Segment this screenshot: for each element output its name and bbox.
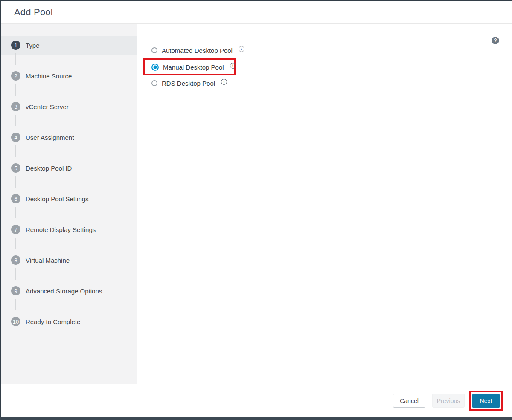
step-number-badge: 7 [11,225,20,234]
step-number-badge: 2 [11,71,20,81]
wizard-step-row[interactable]: 4 User Assignment [1,128,137,147]
wizard-step-vcenter-server[interactable]: 3 vCenter Server [1,97,137,128]
step-label: Desktop Pool Settings [26,195,89,203]
step-label: Virtual Machine [26,257,70,264]
step-connector-line [15,145,16,157]
wizard-step-desktop-pool-id[interactable]: 5 Desktop Pool ID [1,159,137,189]
wizard-step-row[interactable]: 2 Machine Source [1,67,137,85]
annotation-box-next: Next [469,391,503,411]
wizard-step-machine-source[interactable]: 2 Machine Source [1,67,137,97]
step-label: Desktop Pool ID [26,165,72,172]
wizard-step-row[interactable]: 9 Advanced Storage Options [1,281,137,300]
wizard-step-row[interactable]: 5 Desktop Pool ID [1,159,137,177]
option-label[interactable]: Manual Desktop Pool [163,64,224,71]
step-connector-line [15,176,16,188]
step-connector-line [15,53,16,65]
info-icon[interactable]: i [239,46,244,52]
wizard-step-row[interactable]: 10 Ready to Complete [1,312,137,331]
info-icon[interactable]: i [221,79,227,85]
wizard-step-user-assignment[interactable]: 4 User Assignment [1,128,137,159]
add-pool-dialog: Add Pool 1 Type 2 Machine Source 3 [0,0,512,420]
radio-manual-desktop-pool[interactable] [151,64,159,71]
dialog-header: Add Pool [1,1,512,24]
step-number-badge: 8 [11,255,20,265]
option-automated-desktop-pool[interactable]: Automated Desktop Pool i [151,44,244,56]
wizard-step-row[interactable]: 3 vCenter Server [1,97,137,116]
backdrop-edge-left [0,0,1,417]
step-number-badge: 9 [11,286,20,295]
radio-rds-desktop-pool[interactable] [151,80,157,86]
step-label: Type [26,42,40,49]
step-connector-line [15,207,16,218]
previous-button[interactable]: Previous [432,394,465,408]
step-connector-line [15,84,16,96]
wizard-step-ready-to-complete[interactable]: 10 Ready to Complete [1,312,137,343]
backdrop-edge-bottom [0,417,512,420]
help-icon[interactable]: ? [492,37,499,44]
wizard-step-virtual-machine[interactable]: 8 Virtual Machine [1,251,137,281]
step-connector-line [15,238,16,249]
option-label[interactable]: RDS Desktop Pool [162,80,215,87]
wizard-step-sidebar: 1 Type 2 Machine Source 3 vCenter Server [1,24,137,384]
step-connector-line [15,268,16,280]
step-label: vCenter Server [26,103,69,110]
wizard-step-type[interactable]: 1 Type [1,36,137,67]
dialog-footer: Cancel Previous Next [1,384,512,417]
step-number-badge: 5 [11,163,20,173]
wizard-step-row[interactable]: 6 Desktop Pool Settings [1,189,137,208]
wizard-step-row[interactable]: 7 Remote Display Settings [1,220,137,239]
wizard-step-remote-display-settings[interactable]: 7 Remote Display Settings [1,220,137,251]
option-rds-desktop-pool[interactable]: RDS Desktop Pool i [151,77,244,89]
step-number-badge: 6 [11,194,20,203]
cancel-button[interactable]: Cancel [393,394,425,408]
option-manual-desktop-pool[interactable]: Manual Desktop Pool i [151,61,236,73]
dialog-title: Add Pool [14,7,53,18]
step-label: Advanced Storage Options [26,287,102,295]
next-button[interactable]: Next [472,394,500,408]
radio-automated-desktop-pool[interactable] [151,47,157,53]
option-label[interactable]: Automated Desktop Pool [162,47,233,54]
step-label: Ready to Complete [26,318,80,325]
step-number-badge: 4 [11,133,20,142]
wizard-step-list: 1 Type 2 Machine Source 3 vCenter Server [1,24,137,343]
info-icon[interactable]: i [230,63,236,69]
type-step-content: ? Automated Desktop Pool i Manual Deskto… [137,24,512,384]
wizard-step-row[interactable]: 8 Virtual Machine [1,251,137,269]
step-connector-line [15,115,16,126]
step-number-badge: 3 [11,102,20,111]
wizard-step-advanced-storage-options[interactable]: 9 Advanced Storage Options [1,281,137,312]
step-number-badge: 10 [11,317,20,326]
step-label: User Assignment [26,134,74,141]
annotation-box-manual-pool: Manual Desktop Pool i [143,58,236,75]
step-connector-line [15,299,16,310]
wizard-step-desktop-pool-settings[interactable]: 6 Desktop Pool Settings [1,189,137,220]
step-number-badge: 1 [11,41,20,50]
step-label: Machine Source [26,72,72,80]
wizard-step-row[interactable]: 1 Type [1,36,137,55]
step-label: Remote Display Settings [26,226,96,233]
pool-type-radio-group: Automated Desktop Pool i Manual Desktop … [151,44,244,89]
